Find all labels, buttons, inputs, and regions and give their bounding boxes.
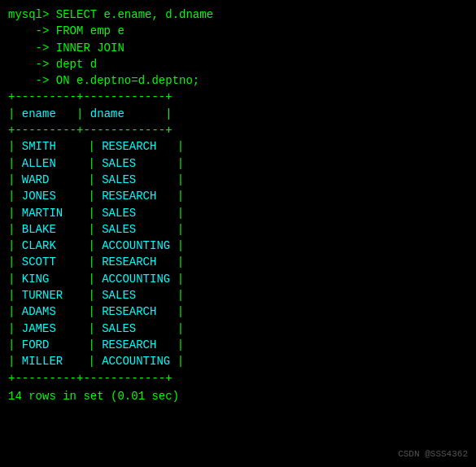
- query-line-3: -> INNER JOIN: [8, 40, 468, 56]
- table-header-border: +---------+------------+: [8, 122, 468, 138]
- watermark: CSDN @SSS4362: [398, 449, 468, 459]
- ename-7: SCOTT: [15, 254, 88, 270]
- table-row: | JAMES | SALES |: [8, 321, 468, 337]
- prompt: mysql>: [8, 8, 56, 21]
- dname-2: SALES: [95, 173, 177, 186]
- dname-9: SALES: [95, 289, 177, 302]
- continuation-4: ->: [8, 74, 56, 87]
- dname-4: SALES: [95, 207, 177, 220]
- table-row: | WARD | SALES |: [8, 172, 468, 188]
- table-top-border: +---------+------------+: [8, 89, 468, 105]
- ename-12: FORD: [15, 337, 88, 353]
- dname-3: RESEARCH: [95, 190, 177, 203]
- table-row: | TURNER | SALES |: [8, 287, 468, 303]
- terminal-window: mysql> SELECT e.ename, d.dname -> FROM e…: [8, 7, 468, 460]
- continuation-3: ->: [8, 58, 56, 71]
- ename-5: BLAKE: [15, 221, 88, 238]
- query-text-5: ON e.deptno=d.deptno;: [56, 74, 199, 87]
- ename-8: KING: [15, 271, 88, 287]
- dname-1: SALES: [95, 157, 177, 170]
- table-row: | FORD | RESEARCH |: [8, 337, 468, 353]
- ename-0: SMITH: [15, 138, 88, 155]
- table-header: | ename | dname |: [8, 106, 468, 122]
- table-row: | ALLEN | SALES |: [8, 155, 468, 172]
- dname-7: RESEARCH: [95, 255, 177, 268]
- dname-6: ACCOUNTING: [95, 239, 177, 252]
- ename-10: ADAMS: [15, 303, 88, 320]
- header-dname: dname: [83, 107, 165, 120]
- dname-12: RESEARCH: [95, 338, 177, 351]
- table-row: | JONES | RESEARCH |: [8, 188, 468, 204]
- ename-11: JAMES: [15, 321, 88, 337]
- continuation-1: ->: [8, 24, 56, 37]
- dname-8: ACCOUNTING: [95, 273, 177, 286]
- dname-0: RESEARCH: [95, 140, 177, 153]
- ename-1: ALLEN: [15, 155, 88, 172]
- table-row: | ADAMS | RESEARCH |: [8, 303, 468, 320]
- table-row: | CLARK | ACCOUNTING |: [8, 238, 468, 254]
- query-text-4: dept d: [56, 58, 97, 71]
- dname-13: ACCOUNTING: [95, 355, 177, 368]
- result-footer: 14 rows in set (0.01 sec): [8, 388, 468, 404]
- table-row: | MARTIN | SALES |: [8, 205, 468, 221]
- query-text-3: INNER JOIN: [56, 41, 124, 55]
- query-line-4: -> dept d: [8, 56, 468, 72]
- table-row: | MILLER | ACCOUNTING |: [8, 353, 468, 369]
- ename-4: MARTIN: [15, 205, 88, 221]
- query-line-1: mysql> SELECT e.ename, d.dname: [8, 7, 468, 23]
- table-row: | KING | ACCOUNTING |: [8, 271, 468, 287]
- continuation-2: ->: [8, 41, 56, 55]
- table-row: | SMITH | RESEARCH |: [8, 138, 468, 155]
- table-row: | SCOTT | RESEARCH |: [8, 254, 468, 270]
- ename-13: MILLER: [15, 353, 88, 369]
- table-row: | BLAKE | SALES |: [8, 221, 468, 238]
- ename-3: JONES: [15, 188, 88, 204]
- header-ename: ename: [15, 107, 76, 120]
- dname-10: RESEARCH: [95, 305, 177, 318]
- dname-5: SALES: [95, 223, 177, 236]
- query-line-5: -> ON e.deptno=d.deptno;: [8, 72, 468, 89]
- dname-11: SALES: [95, 322, 177, 335]
- query-text-1: SELECT e.ename, d.dname: [56, 8, 213, 21]
- ename-6: CLARK: [15, 238, 88, 254]
- query-line-2: -> FROM emp e: [8, 23, 468, 39]
- query-text-2: FROM emp e: [56, 24, 124, 37]
- ename-9: TURNER: [15, 287, 88, 303]
- ename-2: WARD: [15, 172, 88, 188]
- table-bottom-border: +---------+------------+: [8, 370, 468, 386]
